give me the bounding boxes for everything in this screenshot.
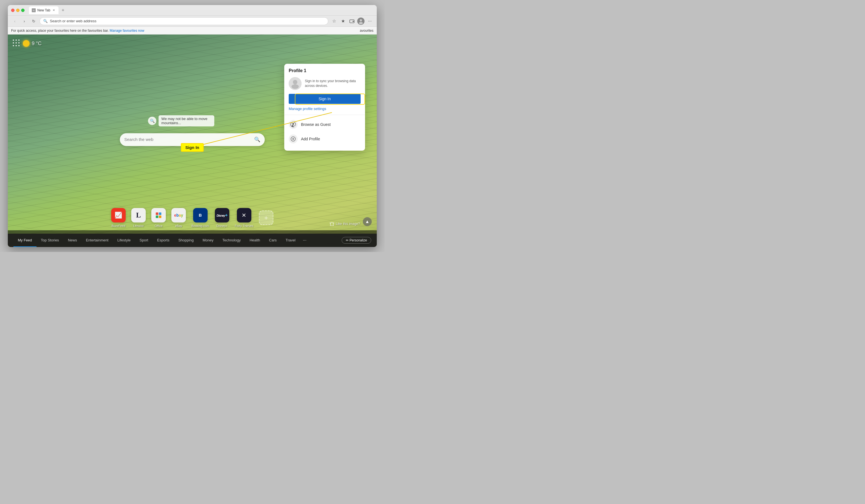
wallet-icon[interactable] [348,17,356,25]
buzzfeed-icon: 📈 [111,208,126,222]
quick-link-booking[interactable]: B Booking.com [192,208,209,227]
nav-item-sport[interactable]: Sport [135,234,153,247]
quick-link-forty-thieves[interactable]: ✕ Forty Thieves [235,208,253,227]
scroll-up-button[interactable]: ▲ [363,217,372,226]
address-bar[interactable]: 🔍 Search or enter web address [39,17,328,25]
minimize-window-button[interactable] [16,9,20,12]
nav-item-entertainment[interactable]: Entertainment [81,234,113,247]
svg-text:N: N [33,9,35,12]
search-box[interactable]: Search the web 🔍 [120,133,265,146]
favourites-bar-text: For quick access, place your favourites … [11,29,109,33]
favourites-right-label: avourites [360,29,373,33]
disney-icon: Disney+ [215,208,229,222]
svg-point-9 [291,84,299,89]
collections-icon[interactable]: ☆ [331,17,338,25]
nav-item-technology[interactable]: Technology [218,234,245,247]
tab-close-button[interactable]: ✕ [52,8,56,12]
quote-text: We may not be able to move mountains... [159,115,214,126]
apps-grid-icon[interactable] [13,39,21,47]
nav-item-top-stories[interactable]: Top Stories [36,234,64,247]
quick-link-lifewire[interactable]: L Lifewire [131,208,146,227]
booking-label: Booking.com [192,224,209,227]
close-window-button[interactable] [11,9,14,12]
weather-sun-icon [23,40,30,47]
browser-window: N New Tab ✕ ＋ ‹ › ↻ 🔍 Search or enter we… [8,5,377,247]
office-icon [151,208,166,222]
tab-area: N New Tab ✕ ＋ [29,7,66,14]
add-profile-option[interactable]: Add Profile [289,132,361,146]
nav-item-my-feed[interactable]: My Feed [13,234,36,247]
office-label: Office [155,224,163,227]
fortythieves-label: Forty Thieves [235,224,253,227]
nav-item-esports[interactable]: Esports [153,234,174,247]
profile-dropdown: Profile 1 Sign in to sync your browsing … [284,64,365,151]
nav-item-lifestyle[interactable]: Lifestyle [113,234,135,247]
manage-profile-link[interactable]: Manage profile settings [289,107,361,111]
buzzfeed-label: BuzzFeed [112,224,125,227]
nav-item-cars[interactable]: Cars [264,234,281,247]
address-search-icon: 🔍 [43,19,48,23]
forward-button[interactable]: › [21,17,28,25]
like-image-button[interactable]: Like this image? [330,222,360,226]
traffic-lights [11,9,24,12]
nav-item-money[interactable]: Money [198,234,218,247]
personalize-button[interactable]: ✏ Personalize [342,237,371,244]
address-bar-text: Search or enter web address [50,19,325,23]
weather-temperature: 9 °C [32,40,42,47]
svg-rect-3 [353,21,354,22]
like-image-label: Like this image? [336,222,360,226]
disney-label: Disney+ [217,224,228,227]
settings-icon[interactable]: ··· [366,17,373,25]
maximize-window-button[interactable] [21,9,24,12]
weather-widget: 9 °C [13,39,42,47]
lifewire-label: Lifewire [133,224,144,227]
profile-avatar [289,77,301,90]
svg-point-5 [360,19,362,21]
manage-favourites-link[interactable]: Manage favourites now [110,29,145,33]
ebay-icon: ebay [171,208,186,222]
nav-more-button[interactable]: ··· [300,238,309,243]
browse-guest-icon [289,120,298,129]
nav-item-shopping[interactable]: Shopping [174,234,198,247]
browse-as-guest-option[interactable]: Browse as Guest [289,117,361,132]
search-container: Search the web 🔍 [120,133,265,146]
sign-in-button[interactable]: Sign In [289,94,361,104]
quick-links: 📈 BuzzFeed L Lifewire [111,208,273,227]
favourites-icon[interactable]: ★ [339,17,347,25]
fortythieves-icon: ✕ [237,208,251,222]
quote-search-icon: 🔍 [148,117,156,125]
quick-link-office[interactable]: Office [151,208,166,227]
profile-dropdown-title: Profile 1 [289,68,361,73]
quick-link-buzzfeed[interactable]: 📈 BuzzFeed [111,208,126,227]
favourites-bar: For quick access, place your favourites … [8,27,377,35]
new-tab-button[interactable]: ＋ [60,7,66,14]
profile-info: Sign in to sync your browsing data acros… [289,77,361,90]
tab-title: New Tab [37,8,50,12]
nav-icons-right: ☆ ★ ··· [331,17,373,25]
profile-divider [284,115,365,115]
tab-favicon: N [32,8,36,12]
quote-tooltip: 🔍 We may not be able to move mountains..… [148,115,214,126]
nav-item-news[interactable]: News [64,234,82,247]
back-button[interactable]: ‹ [11,17,19,25]
refresh-button[interactable]: ↻ [30,17,37,25]
quick-link-disney[interactable]: Disney+ Disney+ [215,208,229,227]
quick-link-ebay[interactable]: ebay eBay [171,208,186,227]
active-tab[interactable]: N New Tab ✕ [29,7,58,14]
nav-item-travel[interactable]: Travel [281,234,300,247]
svg-point-11 [292,123,294,125]
title-bar: N New Tab ✕ ＋ [8,5,377,15]
profile-button[interactable] [357,17,365,25]
search-submit-icon[interactable]: 🔍 [254,137,260,143]
browse-guest-label: Browse as Guest [301,122,331,127]
booking-icon: B [193,208,208,222]
nav-bar: ‹ › ↻ 🔍 Search or enter web address ☆ ★ [8,15,377,27]
ebay-label: eBay [175,224,182,227]
add-quick-link-button[interactable]: ＋ [259,211,273,225]
bottom-nav: My Feed Top Stories News Entertainment L… [8,234,377,247]
nav-item-health[interactable]: Health [245,234,265,247]
add-profile-label: Add Profile [301,137,320,141]
search-input[interactable]: Search the web [124,137,251,142]
lifewire-icon: L [131,208,146,222]
svg-point-6 [359,22,363,24]
